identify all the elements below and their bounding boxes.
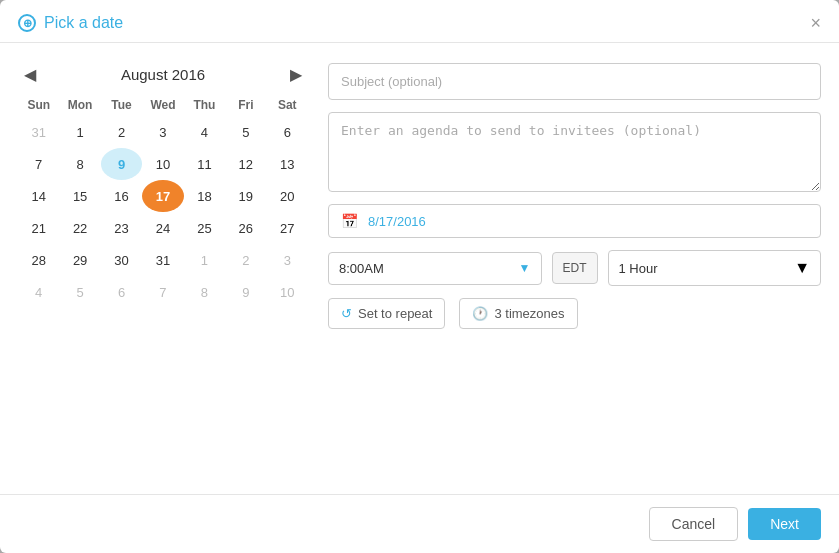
timezones-button[interactable]: 🕐 3 timezones bbox=[459, 298, 577, 329]
calendar-day[interactable]: 17 bbox=[142, 180, 183, 212]
calendar-grid: SunMonTueWedThuFriSat 311234567891011121… bbox=[18, 94, 308, 308]
calendar-section: ◀ August 2016 ▶ SunMonTueWedThuFriSat 31… bbox=[18, 63, 308, 474]
timezone-label: 3 timezones bbox=[494, 306, 564, 321]
repeat-row: ↺ Set to repeat 🕐 3 timezones bbox=[328, 298, 821, 329]
calendar-week-row: 45678910 bbox=[18, 276, 308, 308]
duration-dropdown-arrow: ▼ bbox=[794, 259, 810, 277]
calendar-day[interactable]: 8 bbox=[184, 276, 225, 308]
calendar-day[interactable]: 9 bbox=[225, 276, 266, 308]
calendar-day[interactable]: 6 bbox=[267, 116, 308, 148]
duration-value: 1 Hour bbox=[619, 261, 789, 276]
calendar-weekday: Wed bbox=[142, 94, 183, 116]
calendar-day[interactable]: 25 bbox=[184, 212, 225, 244]
modal-footer: Cancel Next bbox=[0, 494, 839, 553]
calendar-weekday: Sun bbox=[18, 94, 59, 116]
modal-body: ◀ August 2016 ▶ SunMonTueWedThuFriSat 31… bbox=[0, 43, 839, 494]
pick-date-modal: ⊕ Pick a date × ◀ August 2016 ▶ SunMonTu… bbox=[0, 0, 839, 553]
calendar-weekday: Tue bbox=[101, 94, 142, 116]
subject-input[interactable] bbox=[328, 63, 821, 100]
calendar-day[interactable]: 3 bbox=[267, 244, 308, 276]
calendar-day[interactable]: 23 bbox=[101, 212, 142, 244]
calendar-day[interactable]: 19 bbox=[225, 180, 266, 212]
calendar-day[interactable]: 13 bbox=[267, 148, 308, 180]
close-button[interactable]: × bbox=[810, 14, 821, 32]
calendar-month-year: August 2016 bbox=[121, 66, 205, 83]
calendar-day[interactable]: 22 bbox=[59, 212, 100, 244]
calendar-day[interactable]: 21 bbox=[18, 212, 59, 244]
repeat-label: Set to repeat bbox=[358, 306, 432, 321]
repeat-icon: ↺ bbox=[341, 306, 352, 321]
time-value: 8:00AM bbox=[339, 261, 513, 276]
calendar-day[interactable]: 10 bbox=[142, 148, 183, 180]
calendar-icon: ⊕ bbox=[18, 14, 36, 32]
date-icon: 📅 bbox=[341, 213, 358, 229]
calendar-day[interactable]: 26 bbox=[225, 212, 266, 244]
calendar-day[interactable]: 18 bbox=[184, 180, 225, 212]
calendar-weekday: Thu bbox=[184, 94, 225, 116]
calendar-day[interactable]: 15 bbox=[59, 180, 100, 212]
calendar-week-row: 21222324252627 bbox=[18, 212, 308, 244]
selected-date: 8/17/2016 bbox=[368, 214, 426, 229]
right-panel: 📅 8/17/2016 8:00AM ▼ EDT 1 Hour ▼ bbox=[328, 63, 821, 474]
calendar-weekday: Fri bbox=[225, 94, 266, 116]
calendar-day[interactable]: 11 bbox=[184, 148, 225, 180]
prev-month-button[interactable]: ◀ bbox=[18, 63, 42, 86]
calendar-day[interactable]: 12 bbox=[225, 148, 266, 180]
calendar-day[interactable]: 31 bbox=[18, 116, 59, 148]
calendar-day[interactable]: 10 bbox=[267, 276, 308, 308]
calendar-day[interactable]: 28 bbox=[18, 244, 59, 276]
modal-title-text: Pick a date bbox=[44, 14, 123, 32]
calendar-day[interactable]: 4 bbox=[184, 116, 225, 148]
next-month-button[interactable]: ▶ bbox=[284, 63, 308, 86]
next-button[interactable]: Next bbox=[748, 508, 821, 540]
calendar-day[interactable]: 27 bbox=[267, 212, 308, 244]
calendar-header-row: SunMonTueWedThuFriSat bbox=[18, 94, 308, 116]
calendar-day[interactable]: 24 bbox=[142, 212, 183, 244]
calendar-body: 3112345678910111213141516171819202122232… bbox=[18, 116, 308, 308]
calendar-day[interactable]: 8 bbox=[59, 148, 100, 180]
calendar-week-row: 31123456 bbox=[18, 116, 308, 148]
modal-title: ⊕ Pick a date bbox=[18, 14, 123, 32]
calendar-weekday: Sat bbox=[267, 94, 308, 116]
calendar-day[interactable]: 2 bbox=[225, 244, 266, 276]
calendar-week-row: 28293031123 bbox=[18, 244, 308, 276]
calendar-day[interactable]: 20 bbox=[267, 180, 308, 212]
calendar-day[interactable]: 30 bbox=[101, 244, 142, 276]
calendar-day[interactable]: 4 bbox=[18, 276, 59, 308]
calendar-day[interactable]: 31 bbox=[142, 244, 183, 276]
set-to-repeat-button[interactable]: ↺ Set to repeat bbox=[328, 298, 445, 329]
calendar-weekday: Mon bbox=[59, 94, 100, 116]
calendar-day[interactable]: 16 bbox=[101, 180, 142, 212]
calendar-nav: ◀ August 2016 ▶ bbox=[18, 63, 308, 86]
timezone-icon: 🕐 bbox=[472, 306, 488, 321]
date-field[interactable]: 📅 8/17/2016 bbox=[328, 204, 821, 238]
timezone-badge: EDT bbox=[552, 252, 598, 284]
calendar-day[interactable]: 7 bbox=[142, 276, 183, 308]
time-dropdown-arrow: ▼ bbox=[519, 261, 531, 275]
calendar-day[interactable]: 1 bbox=[59, 116, 100, 148]
calendar-day[interactable]: 29 bbox=[59, 244, 100, 276]
calendar-week-row: 14151617181920 bbox=[18, 180, 308, 212]
agenda-input[interactable] bbox=[328, 112, 821, 192]
duration-select[interactable]: 1 Hour ▼ bbox=[608, 250, 822, 286]
calendar-day[interactable]: 2 bbox=[101, 116, 142, 148]
calendar-day[interactable]: 9 bbox=[101, 148, 142, 180]
calendar-day[interactable]: 3 bbox=[142, 116, 183, 148]
calendar-day[interactable]: 14 bbox=[18, 180, 59, 212]
modal-header: ⊕ Pick a date × bbox=[0, 0, 839, 43]
calendar-day[interactable]: 6 bbox=[101, 276, 142, 308]
calendar-day[interactable]: 5 bbox=[225, 116, 266, 148]
time-select[interactable]: 8:00AM ▼ bbox=[328, 252, 542, 285]
calendar-week-row: 78910111213 bbox=[18, 148, 308, 180]
calendar-day[interactable]: 5 bbox=[59, 276, 100, 308]
calendar-day[interactable]: 1 bbox=[184, 244, 225, 276]
time-row: 8:00AM ▼ EDT 1 Hour ▼ bbox=[328, 250, 821, 286]
cancel-button[interactable]: Cancel bbox=[649, 507, 739, 541]
calendar-day[interactable]: 7 bbox=[18, 148, 59, 180]
